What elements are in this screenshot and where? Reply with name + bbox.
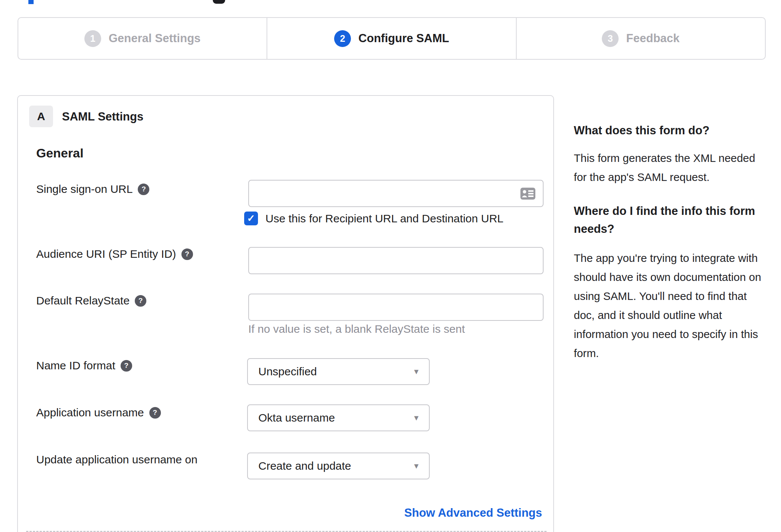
update-application-username-select[interactable]: Create and update ▼ xyxy=(247,453,430,479)
step-general-settings[interactable]: 1 General Settings xyxy=(18,18,267,59)
chevron-down-icon: ▼ xyxy=(413,367,420,376)
select-value: Okta username xyxy=(258,411,335,424)
label-text: Default RelayState xyxy=(36,294,130,307)
step-number-badge: 3 xyxy=(602,30,619,47)
help-sidebar: What does this form do? This form genera… xyxy=(574,122,781,363)
label-text: Single sign-on URL xyxy=(36,183,133,195)
chevron-down-icon: ▼ xyxy=(413,462,420,470)
label-text: Name ID format xyxy=(36,359,115,372)
update-application-username-label: Update application username on xyxy=(36,453,197,466)
step-number-badge: 1 xyxy=(84,30,101,47)
sidebar-paragraph-what: This form generates the XML needed for t… xyxy=(574,148,781,187)
step-label: Feedback xyxy=(626,32,679,45)
relaystate-hint-text: If no value is set, a blank RelayState i… xyxy=(248,323,465,335)
help-icon[interactable]: ? xyxy=(135,295,146,307)
single-sign-on-url-label: Single sign-on URL ? xyxy=(36,183,149,195)
label-text: Application username xyxy=(36,406,144,419)
step-configure-saml[interactable]: 2 Configure SAML xyxy=(267,18,516,59)
label-text: Audience URI (SP Entity ID) xyxy=(36,248,176,260)
general-section-heading: General xyxy=(36,146,84,160)
recipient-url-checkbox-label[interactable]: Use this for Recipient URL and Destinati… xyxy=(265,212,504,225)
cropped-icon-fragment xyxy=(213,0,225,4)
step-feedback[interactable]: 3 Feedback xyxy=(516,18,765,59)
application-username-label: Application username ? xyxy=(36,406,161,419)
autofill-contact-card-icon[interactable] xyxy=(520,186,536,201)
single-sign-on-url-input[interactable] xyxy=(248,180,544,207)
section-letter-badge: A xyxy=(29,106,53,127)
wizard-stepper: 1 General Settings 2 Configure SAML 3 Fe… xyxy=(18,17,766,60)
audience-uri-label: Audience URI (SP Entity ID) ? xyxy=(36,248,193,260)
help-icon[interactable]: ? xyxy=(149,407,161,419)
name-id-format-label: Name ID format ? xyxy=(36,359,132,372)
cropped-logo-fragment xyxy=(28,0,34,4)
panel-title: SAML Settings xyxy=(62,110,143,123)
select-value: Unspecified xyxy=(258,365,317,378)
help-icon[interactable]: ? xyxy=(121,360,132,372)
audience-uri-input[interactable] xyxy=(248,247,544,274)
name-id-format-select[interactable]: Unspecified ▼ xyxy=(247,358,430,385)
step-label: General Settings xyxy=(109,32,200,45)
help-icon[interactable]: ? xyxy=(138,184,149,195)
step-number-badge: 2 xyxy=(334,30,351,47)
show-advanced-settings-link[interactable]: Show Advanced Settings xyxy=(404,506,542,520)
default-relaystate-label: Default RelayState ? xyxy=(36,294,146,307)
recipient-url-checkbox[interactable]: ✓ xyxy=(244,212,258,225)
label-text: Update application username on xyxy=(36,453,197,466)
checkmark-icon: ✓ xyxy=(247,213,255,224)
default-relaystate-input[interactable] xyxy=(248,294,544,321)
sidebar-paragraph-where: The app you're trying to integrate with … xyxy=(574,248,781,363)
sidebar-heading-what: What does this form do? xyxy=(574,122,781,140)
application-username-select[interactable]: Okta username ▼ xyxy=(247,404,430,431)
help-icon[interactable]: ? xyxy=(181,248,193,260)
step-label: Configure SAML xyxy=(358,32,449,45)
chevron-down-icon: ▼ xyxy=(413,414,420,422)
sidebar-heading-where: Where do I find the info this form needs… xyxy=(574,202,781,238)
select-value: Create and update xyxy=(258,460,351,472)
saml-settings-panel: A SAML Settings General Single sign-on U… xyxy=(17,95,554,532)
